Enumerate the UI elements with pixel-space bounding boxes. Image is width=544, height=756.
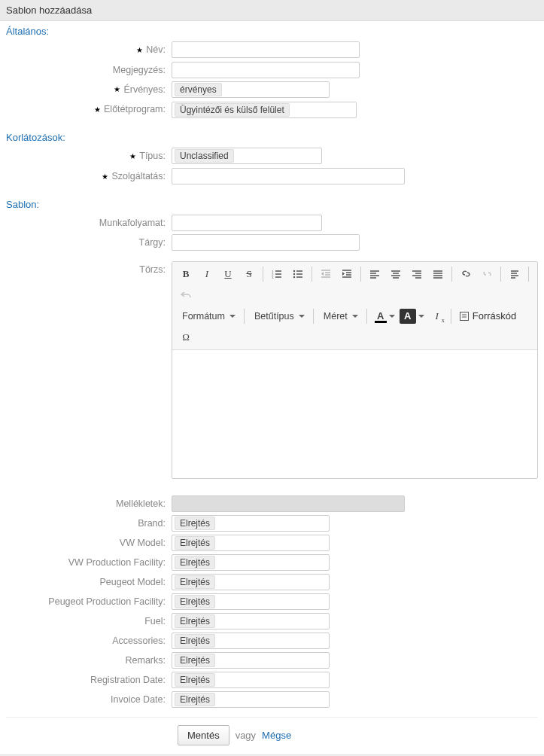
toolbar-separator <box>528 267 529 282</box>
svg-rect-42 <box>460 312 468 320</box>
align-right-button[interactable] <box>407 264 427 284</box>
align-justify-button[interactable] <box>428 264 448 284</box>
type-select[interactable]: Unclassified <box>172 148 322 164</box>
svg-point-11 <box>293 276 295 277</box>
label-fuel: Fuel: <box>144 616 166 626</box>
cancel-link[interactable]: Mégse <box>262 730 291 741</box>
source-button[interactable]: Forráskód <box>454 306 521 326</box>
special-char-button[interactable]: Ω <box>176 328 196 347</box>
section-restrictions: Korlátozások: <box>0 127 544 145</box>
attachments-field[interactable] <box>172 495 405 512</box>
format-combo[interactable]: Formátum <box>176 306 240 326</box>
toolbar-separator <box>366 309 367 324</box>
svg-marker-21 <box>342 272 345 276</box>
frontend-select[interactable]: Ügyintézői és külső felület <box>172 102 357 118</box>
unordered-list-button[interactable] <box>288 264 308 284</box>
label-type: Típus: <box>139 151 166 161</box>
italic-button[interactable]: I <box>197 264 217 284</box>
indent-button[interactable] <box>337 264 357 284</box>
peugeot-facility-select[interactable]: Elrejtés <box>172 593 330 610</box>
section-general: Általános: <box>0 21 544 38</box>
label-name: Név: <box>146 44 166 55</box>
save-button[interactable]: Mentés <box>178 725 229 745</box>
comment-input[interactable] <box>172 62 360 78</box>
label-service: Szolgáltatás: <box>111 171 166 181</box>
valid-select[interactable]: érvényes <box>172 81 330 98</box>
label-workflow: Munkafolyamat: <box>99 218 166 228</box>
align-center-button[interactable] <box>386 264 406 284</box>
svg-text:3: 3 <box>272 276 274 279</box>
accessories-select[interactable]: Elrejtés <box>172 633 330 649</box>
label-peugeot-facility: Peugeot Production Facility: <box>48 596 166 607</box>
outdent-button[interactable] <box>316 264 336 284</box>
label-remarks: Remarks: <box>126 655 166 666</box>
unlink-button[interactable] <box>477 264 497 284</box>
section-template: Sablon: <box>0 194 544 212</box>
toolbar-separator <box>312 267 312 282</box>
label-attachments: Mellékletek: <box>116 498 166 509</box>
font-label: Betűtípus <box>254 311 294 322</box>
vw-facility-select[interactable]: Elrejtés <box>172 554 330 571</box>
caret-down-icon <box>299 315 305 318</box>
service-input[interactable] <box>172 168 405 184</box>
svg-point-10 <box>293 273 295 274</box>
toolbar-separator <box>500 267 501 282</box>
page-header: Sablon hozzáadása <box>0 0 544 21</box>
or-text: vagy <box>236 730 256 741</box>
size-combo[interactable]: Méret <box>318 306 363 326</box>
frontend-tag: Ügyintézői és külső felület <box>175 103 290 117</box>
valid-tag: érvényes <box>175 83 222 96</box>
remarks-select[interactable]: Elrejtés <box>172 652 330 669</box>
svg-marker-16 <box>321 272 324 276</box>
format-label: Formátum <box>182 311 225 322</box>
undo-button[interactable] <box>176 285 196 305</box>
label-peugeot-model: Peugeot Model: <box>99 577 166 587</box>
name-input[interactable] <box>172 41 360 58</box>
source-label: Forráskód <box>473 310 517 322</box>
rich-text-editor: B I U S 123 <box>172 261 538 479</box>
label-valid: Érvényes: <box>123 84 166 95</box>
ordered-list-button[interactable]: 123 <box>267 264 287 284</box>
size-label: Méret <box>324 311 348 322</box>
toolbar-separator <box>451 309 451 324</box>
subject-input[interactable] <box>172 234 360 251</box>
text-color-button[interactable]: A <box>371 306 391 326</box>
toolbar-separator <box>263 267 263 282</box>
label-reg-date: Registration Date: <box>90 675 166 685</box>
underline-button[interactable]: U <box>218 264 238 284</box>
toolbar-separator <box>451 267 452 282</box>
caret-down-icon[interactable] <box>418 315 424 318</box>
workflow-input[interactable] <box>172 215 322 231</box>
peugeot-model-select[interactable]: Elrejtés <box>172 574 330 590</box>
label-frontend: Előtétprogram: <box>104 104 166 114</box>
label-vw-facility: VW Production Facility: <box>68 557 166 568</box>
reg-date-select[interactable]: Elrejtés <box>172 672 330 688</box>
bg-color-button[interactable]: A <box>400 309 416 324</box>
inv-date-select[interactable]: Elrejtés <box>172 691 330 708</box>
editor-body[interactable] <box>172 350 537 478</box>
vw-model-select[interactable]: Elrejtés <box>172 535 330 551</box>
brand-select[interactable]: Elrejtés <box>172 515 330 532</box>
source-icon <box>459 311 470 322</box>
bold-button[interactable]: B <box>176 264 196 284</box>
label-brand: Brand: <box>138 518 166 529</box>
toolbar-separator <box>244 309 245 324</box>
label-accessories: Accessories: <box>112 636 166 646</box>
toolbar-separator <box>313 309 314 324</box>
label-comment: Megjegyzés: <box>113 65 166 75</box>
label-vw-model: VW Model: <box>120 538 166 548</box>
align-left-button[interactable] <box>365 264 384 284</box>
label-subject: Tárgy: <box>139 237 166 248</box>
link-button[interactable] <box>456 264 476 284</box>
font-combo[interactable]: Betűtípus <box>248 306 309 326</box>
editor-toolbar: B I U S 123 <box>172 262 537 350</box>
toolbar-separator <box>360 267 361 282</box>
label-inv-date: Invoice Date: <box>111 694 166 705</box>
fuel-select[interactable]: Elrejtés <box>172 613 330 629</box>
label-body: Törzs: <box>139 264 166 275</box>
remove-format-button[interactable] <box>505 264 524 284</box>
clear-format-button[interactable]: Ix <box>427 306 447 326</box>
type-tag: Unclassified <box>175 149 234 163</box>
strike-button[interactable]: S <box>239 264 259 284</box>
caret-down-icon <box>229 315 236 318</box>
